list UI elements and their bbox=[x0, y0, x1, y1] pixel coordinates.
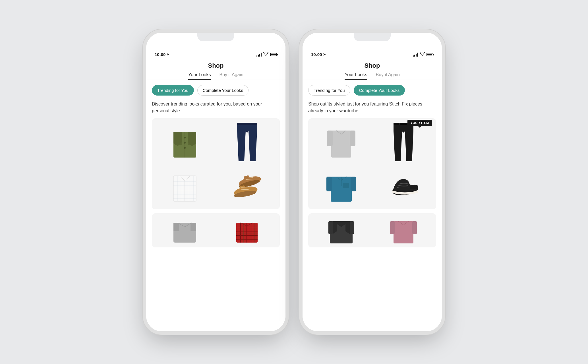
jeans-item[interactable] bbox=[217, 121, 277, 163]
svg-point-5 bbox=[184, 142, 186, 144]
your-item-badge: YOUR ITEM bbox=[407, 120, 432, 126]
svg-rect-66 bbox=[390, 221, 395, 234]
gray-shirt-svg bbox=[326, 123, 357, 160]
svg-rect-2 bbox=[188, 139, 195, 145]
shoes-svg bbox=[230, 170, 264, 201]
notch-right bbox=[354, 33, 391, 41]
svg-point-6 bbox=[184, 147, 186, 149]
description-left: Discover trending looks curated for you,… bbox=[146, 98, 285, 118]
sneakers-svg bbox=[386, 170, 421, 201]
signal-icon-right bbox=[413, 53, 418, 57]
svg-point-4 bbox=[184, 137, 186, 138]
filter-section-left: Trending for You Complete Your Looks bbox=[146, 80, 285, 98]
svg-rect-48 bbox=[350, 131, 355, 146]
status-icons-left bbox=[256, 52, 277, 57]
sneakers-item[interactable] bbox=[373, 165, 433, 206]
time-left: 10:00 ➤ bbox=[155, 52, 169, 57]
svg-rect-57 bbox=[351, 177, 356, 191]
gray-sweater-svg bbox=[171, 217, 199, 244]
black-pants-svg bbox=[392, 123, 415, 161]
svg-rect-1 bbox=[175, 139, 182, 145]
plaid-shirt-item[interactable] bbox=[217, 216, 277, 245]
status-bar-right: 10:00 ➤ bbox=[303, 33, 442, 60]
shop-header-right: Shop Your Looks Buy it Again bbox=[303, 60, 442, 80]
svg-rect-56 bbox=[326, 177, 332, 191]
mauve-shirt-svg bbox=[389, 217, 418, 244]
svg-rect-67 bbox=[412, 221, 417, 234]
shirt-item[interactable] bbox=[155, 165, 215, 206]
dark-jacket-svg bbox=[327, 217, 355, 244]
phone-right: 10:00 ➤ bbox=[303, 33, 442, 331]
svg-rect-8 bbox=[237, 123, 257, 125]
jacket-svg bbox=[169, 123, 200, 160]
svg-rect-59 bbox=[343, 183, 349, 188]
product-card-1-left bbox=[152, 118, 280, 209]
black-pants-item[interactable]: YOUR ITEM bbox=[373, 121, 433, 163]
product-card-1-right: YOUR ITEM bbox=[308, 118, 436, 209]
shirt-image bbox=[155, 165, 215, 206]
battery-icon-right bbox=[426, 53, 433, 56]
jeans-image bbox=[217, 121, 277, 163]
location-arrow-icon: ➤ bbox=[167, 53, 169, 56]
teal-pullover-image bbox=[311, 165, 371, 206]
mauve-shirt-item[interactable] bbox=[373, 216, 433, 245]
svg-rect-64 bbox=[350, 221, 354, 234]
tab-buy-it-again-right[interactable]: Buy it Again bbox=[376, 72, 400, 80]
svg-rect-31 bbox=[173, 223, 179, 231]
product-card-2-right bbox=[308, 213, 436, 247]
sneakers-image bbox=[373, 165, 433, 206]
product-card-2-left bbox=[152, 213, 280, 247]
battery-icon bbox=[270, 53, 277, 56]
tabs-right[interactable]: Your Looks Buy it Again bbox=[308, 72, 436, 80]
teal-pullover-item[interactable] bbox=[311, 165, 371, 206]
svg-rect-47 bbox=[327, 131, 333, 146]
teal-pullover-svg bbox=[326, 169, 357, 203]
dark-jacket-item[interactable] bbox=[311, 216, 371, 245]
tab-your-looks-right[interactable]: Your Looks bbox=[345, 72, 367, 80]
phones-container: 10:00 ➤ bbox=[146, 33, 442, 331]
shirt-svg bbox=[169, 169, 200, 203]
wifi-icon-right bbox=[420, 52, 425, 57]
tab-your-looks-left[interactable]: Your Looks bbox=[188, 72, 211, 80]
notch-left bbox=[197, 33, 234, 41]
wifi-icon bbox=[263, 52, 268, 57]
filter-complete-looks-left[interactable]: Complete Your Looks bbox=[197, 85, 249, 96]
plaid-shirt-svg bbox=[233, 217, 260, 244]
shop-title-left: Shop bbox=[152, 62, 280, 69]
signal-icon bbox=[256, 53, 262, 57]
shoes-item[interactable] bbox=[217, 165, 277, 206]
gray-sweater-item[interactable] bbox=[155, 216, 215, 245]
location-arrow-icon-right: ➤ bbox=[323, 53, 326, 56]
gray-shirt-item[interactable] bbox=[311, 121, 371, 163]
shop-header-left: Shop Your Looks Buy it Again bbox=[146, 60, 285, 80]
time-right: 10:00 ➤ bbox=[311, 52, 326, 57]
filter-trending-right[interactable]: Trending for You bbox=[308, 85, 350, 96]
svg-rect-63 bbox=[328, 221, 333, 234]
gray-shirt-image bbox=[311, 121, 371, 163]
phone-right-content: Shop Your Looks Buy it Again Trending fo… bbox=[303, 60, 442, 331]
phone-left: 10:00 ➤ bbox=[146, 33, 285, 331]
filter-trending-left[interactable]: Trending for You bbox=[152, 85, 194, 96]
status-icons-right bbox=[413, 52, 433, 57]
status-bar-left: 10:00 ➤ bbox=[146, 33, 285, 60]
jeans-svg bbox=[236, 123, 258, 161]
tabs-left[interactable]: Your Looks Buy it Again bbox=[152, 72, 280, 80]
svg-point-52 bbox=[399, 123, 400, 125]
shoes-image bbox=[217, 165, 277, 206]
shop-title-right: Shop bbox=[308, 62, 436, 69]
jacket-item[interactable] bbox=[155, 121, 215, 163]
svg-rect-32 bbox=[191, 223, 196, 231]
phone-left-content: Shop Your Looks Buy it Again Trending fo… bbox=[146, 60, 285, 331]
description-right: Shop outfits styled just for you featuri… bbox=[303, 98, 442, 118]
svg-rect-65 bbox=[394, 221, 413, 243]
filter-section-right: Trending for You Complete Your Looks bbox=[303, 80, 442, 98]
svg-rect-46 bbox=[331, 131, 351, 158]
jacket-image bbox=[155, 121, 215, 163]
filter-complete-looks-right[interactable]: Complete Your Looks bbox=[354, 85, 405, 96]
tab-buy-it-again-left[interactable]: Buy it Again bbox=[219, 72, 243, 80]
black-pants-image bbox=[373, 121, 433, 163]
